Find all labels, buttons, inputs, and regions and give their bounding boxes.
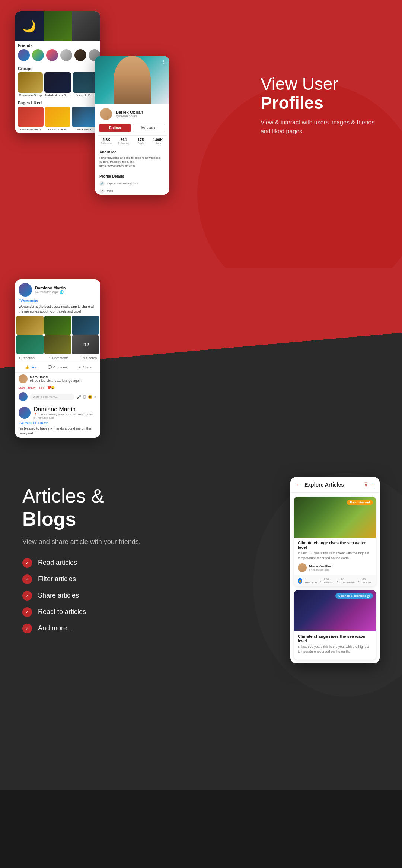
articles-header-icons: ⊽ +: [364, 482, 374, 488]
friends-label: Friends: [15, 41, 100, 49]
page-item-3[interactable]: Tesla Motor...: [72, 107, 98, 131]
feature-item-4: ✓ React to articles: [22, 607, 156, 617]
article-card-2[interactable]: Science & Technology Climate change rise…: [294, 590, 376, 660]
profile-website: 🔗 https://www.testing.com: [95, 180, 169, 187]
like-button[interactable]: 👍 Like: [17, 364, 44, 371]
filter-icon[interactable]: ⊽: [364, 482, 368, 488]
profile-name: Derrek Obrian: [116, 110, 143, 114]
commenter-name: Mara David: [30, 375, 82, 379]
post2-author-name: Damiano Martin: [34, 406, 94, 413]
stat-posts: 175 Posts: [132, 138, 149, 145]
more-options-icon[interactable]: ⋮: [161, 59, 166, 65]
location-pin-icon: 📍: [34, 413, 37, 416]
post-images-grid: [15, 316, 100, 354]
profile-cover-photo: [95, 56, 169, 104]
feature-label-3: Share articles: [38, 592, 79, 599]
articles-description: View and share article with your friends…: [22, 537, 156, 547]
comment-text: Hi, so nice pictures... let's go again: [30, 379, 82, 383]
back-button[interactable]: ←: [296, 481, 302, 488]
comment-button[interactable]: 💬 Comment: [44, 364, 71, 371]
feature-label-4: React to articles: [38, 608, 86, 616]
cover-img-2: [44, 11, 72, 41]
article-body-2: Climate change rises the sea water level…: [294, 631, 376, 660]
pages-label: Pages Liked: [15, 98, 100, 107]
follow-button[interactable]: Follow: [99, 124, 131, 132]
phone-feed-mockup: Damiano Martin 54 minutes ago 🌐 #Wowonde…: [15, 279, 100, 438]
share-button[interactable]: ↗ Share: [71, 364, 98, 371]
love-button[interactable]: Love: [19, 386, 25, 389]
group-name-3: Jeenede Fir...: [73, 94, 98, 97]
article-headline-1: Climate change rises the sea water level: [298, 541, 372, 549]
articles-text: Articles & Blogs View and share article …: [22, 484, 156, 640]
group-img-3: [73, 72, 98, 93]
group-img-2: [44, 72, 71, 93]
cover-img-3: [72, 11, 100, 41]
profile-buttons: Follow Message: [95, 124, 169, 135]
comment-input-row: Write a comment... 🎤 🖼 😊 ➤: [15, 390, 100, 403]
article-body-1: Climate change rises the sea water level…: [294, 538, 376, 575]
mic-icon: 🎤: [77, 395, 81, 399]
reaction-emojis: ❤️😮: [47, 386, 55, 389]
comment-icon: 💬: [48, 365, 52, 369]
article-excerpt-1: In last 300 years this is the year with …: [298, 551, 372, 560]
post-image-more: [72, 335, 99, 354]
add-article-icon[interactable]: +: [371, 482, 374, 488]
stat-posts-label: Posts: [132, 142, 149, 145]
friend-avatar-3: [46, 49, 58, 61]
group-item-3[interactable]: Jeenede Fir...: [73, 72, 98, 97]
profile-gender: ♂ Male: [95, 187, 169, 195]
image-icon: 🖼: [83, 395, 86, 399]
post2-hashtags: #Wowonder #Travel: [15, 421, 100, 426]
friends-row: [15, 49, 100, 64]
post-image-2: [44, 316, 71, 335]
reactions-count: 1 Reaction: [19, 356, 35, 360]
message-button[interactable]: Message: [133, 124, 165, 132]
post2-header: Damiano Martin 📍 240 Broadway, New York,…: [15, 403, 100, 421]
friend-avatar-2: [32, 49, 44, 61]
profile-stats: 2.3K Followers 364 Following 175 Posts 1…: [98, 135, 166, 147]
feature-list: ✓ Read articles ✓ Filter articles ✓ Shar…: [22, 558, 156, 633]
post-author-name: Damiano Martin: [35, 286, 66, 290]
stat-posts-value: 175: [132, 138, 149, 142]
article-excerpt-2: In last 300 years this is the year with …: [298, 644, 372, 654]
profile-bio: I love travelling and like to explore ne…: [95, 156, 169, 171]
feature-label-1: Read articles: [38, 559, 77, 567]
feature-item-5: ✓ And more...: [22, 624, 156, 633]
reply-button[interactable]: Reply: [28, 386, 35, 389]
stat-likes-value: 1.09K: [149, 138, 166, 142]
comment-input[interactable]: Write a comment...: [30, 394, 74, 400]
stat-likes-label: Likes: [149, 142, 166, 145]
group-item-2[interactable]: Ambidestrous Gro...: [44, 72, 71, 97]
group-item-1[interactable]: Oxymoron Group: [18, 72, 43, 97]
post2-time: 54 minutes ago: [34, 416, 94, 419]
page-item-2[interactable]: Lambo Official: [45, 107, 71, 131]
bottom-section: Articles & Blogs View and share article …: [0, 454, 402, 790]
page-img-2: [45, 107, 71, 127]
pages-grid: Mercedes Benz Lambo Official Tesla Motor…: [15, 107, 100, 133]
send-icon[interactable]: ➤: [94, 395, 97, 399]
about-title: About Me: [95, 147, 169, 156]
article-badge-2: Science & Technology: [335, 593, 373, 599]
feature-item-2: ✓ Filter articles: [22, 574, 156, 584]
comment-actions: Love Reply 25m ❤️😮: [15, 385, 100, 390]
page-img-1: [18, 107, 44, 127]
author-avatar-1: [298, 563, 307, 572]
feature-item-3: ✓ Share articles: [22, 591, 156, 601]
page-item-1[interactable]: Mercedes Benz: [18, 107, 44, 131]
post-image-1: [16, 316, 44, 335]
post-text: Wowonder is the best social media app to…: [15, 304, 100, 316]
articles-title: Articles & Blogs: [22, 484, 156, 531]
hero-title: View User Profiles: [261, 75, 380, 112]
page-name-3: Tesla Motor...: [72, 128, 98, 131]
post2-meta: Damiano Martin 📍 240 Broadway, New York,…: [34, 406, 94, 419]
post-hashtag: #Wowonder: [15, 299, 100, 304]
reaction-icon-1: 👍: [298, 578, 302, 584]
article-card-1[interactable]: Entertainment Climate change rises the s…: [294, 497, 376, 586]
hero-description: View & interact with users images & frie…: [261, 118, 380, 136]
profile-username: @derrekobian: [116, 114, 143, 118]
profile-info: Derrek Obrian @derrekobian: [95, 104, 169, 124]
article-badge-1: Entertainment: [347, 500, 373, 505]
article-footer-1: 👍 1 Reaction • 250 Views • 28 Comments •…: [294, 575, 376, 586]
shares-count: 89 Shares: [82, 356, 97, 360]
profile-cover: ⋮: [95, 56, 169, 104]
